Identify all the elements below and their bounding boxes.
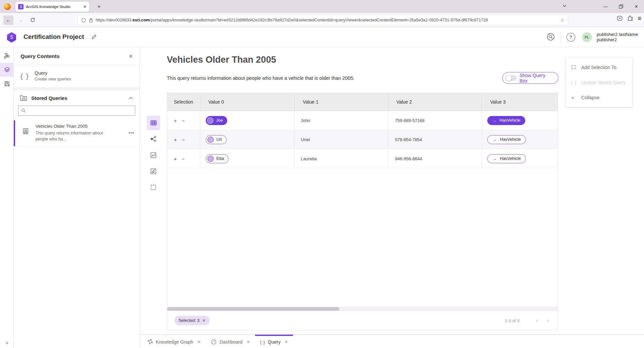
add-selection-to-item[interactable]: Add Selection To [566, 60, 632, 75]
stored-queries-search[interactable] [18, 106, 135, 116]
close-tab-icon[interactable]: ✕ [247, 340, 250, 344]
add-selection-icon [571, 65, 581, 70]
pocket-icon[interactable] [617, 15, 623, 21]
stored-query-item[interactable]: Vehicles Older Than 2005 This query retu… [14, 120, 140, 147]
user-name: publisher2 lastName [597, 32, 638, 37]
close-tab-icon[interactable]: ✕ [197, 340, 201, 344]
selection-tools-button[interactable] [147, 180, 160, 194]
back-button[interactable]: ← [3, 15, 13, 25]
new-query-item[interactable]: { } Query Create new queries [14, 65, 140, 88]
tab-close-icon[interactable]: ✕ [83, 4, 87, 9]
column-header-value1[interactable]: Value 1 [295, 93, 388, 111]
reload-button[interactable] [28, 15, 38, 25]
entity-pill[interactable]: Joe [206, 116, 227, 125]
braces-icon: { } [20, 72, 35, 80]
table-row[interactable]: +− Uri Uriel 578-654-7854 →HasVehicle [167, 130, 558, 149]
url-bar[interactable]: https://dev0028833.esri.com/portal/apps/… [78, 15, 568, 25]
link-chart-view-button[interactable] [147, 132, 160, 146]
add-to-selection-button[interactable]: + [174, 118, 177, 123]
bookmark-star-icon[interactable]: ☆ [560, 17, 564, 23]
search-button[interactable] [543, 33, 559, 42]
app-body: » Query Contents ✕ { } Query Create new … [0, 47, 644, 348]
firefox-logo-icon[interactable] [4, 3, 11, 10]
extensions-puzzle-icon[interactable] [627, 15, 633, 21]
relationship-pill[interactable]: →HasVehicle [487, 135, 526, 144]
browser-tab[interactable]: ArcGIS Knowledge Studio ✕ [15, 2, 89, 12]
table-empty-area [167, 168, 558, 307]
expand-rail-chevrons[interactable]: » [0, 340, 14, 345]
tab-knowledge-graph[interactable]: Knowledge Graph ✕ [142, 335, 206, 348]
restore-button[interactable] [613, 0, 629, 13]
collapse-menu-item[interactable]: » Collapse [566, 90, 632, 105]
url-text[interactable]: https://dev0028833.esri.com/portal/apps/… [96, 18, 557, 22]
column-header-value0[interactable]: Value 0 [200, 93, 295, 111]
edit-project-title-icon[interactable] [91, 34, 97, 41]
tab-dashboard[interactable]: Dashboard ✕ [206, 335, 255, 348]
help-button[interactable]: ? [563, 33, 579, 42]
table-view-button[interactable] [147, 116, 160, 130]
column-header-value3[interactable]: Value 3 [482, 93, 558, 111]
tab-query[interactable]: { } Query ✕ [255, 335, 293, 348]
user-info[interactable]: publisher2 lastName publisher2 [597, 32, 638, 43]
entity-pill[interactable]: Uri [206, 135, 227, 144]
forward-button[interactable]: → [15, 15, 26, 25]
bottom-tab-bar: Knowledge Graph ✕ Dashboard ✕ { } Query … [140, 335, 644, 348]
close-tab-icon[interactable]: ✕ [285, 340, 288, 344]
remove-from-selection-button[interactable]: − [182, 137, 185, 142]
data-model-button[interactable] [0, 49, 14, 63]
browser-tabbar: ArcGIS Knowledge Studio ✕ + — ✕ [0, 0, 644, 13]
row-range-label: 1-3 of 3 [505, 318, 519, 323]
cell-value2[interactable]: 846-956-8644 [388, 149, 482, 168]
query-item-subtitle: Create new queries [35, 77, 71, 81]
previous-page-chevron[interactable]: ‹ [532, 317, 542, 324]
relationship-pill[interactable]: →HasVehicle [487, 116, 525, 125]
search-input[interactable] [28, 108, 132, 113]
knowledge-graph-icon [147, 339, 153, 345]
relationship-pill[interactable]: →HasVehicle [487, 154, 526, 163]
user-avatar[interactable]: PL [582, 32, 592, 42]
minimize-button[interactable]: — [598, 0, 613, 13]
query-contents-panel: Query Contents ✕ { } Query Create new qu… [14, 47, 140, 348]
remove-from-selection-button[interactable]: − [182, 156, 185, 162]
tracking-shield-icon[interactable] [81, 18, 86, 23]
collapse-chevron-icon[interactable] [129, 97, 133, 100]
add-to-selection-button[interactable]: + [174, 156, 177, 162]
remove-from-selection-button[interactable]: − [182, 118, 185, 123]
stored-queries-header[interactable]: Stored Queries [14, 90, 140, 105]
lock-icon[interactable] [89, 18, 93, 22]
add-to-selection-button[interactable]: + [174, 137, 177, 142]
map-view-button[interactable] [147, 164, 160, 178]
scrollbar-thumb[interactable] [167, 307, 339, 311]
next-page-chevron[interactable]: › [542, 317, 553, 324]
new-tab-button[interactable]: + [95, 3, 103, 11]
table-row[interactable]: +− Joe John 759-889-57168 →HasVehicle [167, 111, 558, 130]
cell-value2[interactable]: 578-654-7854 [388, 130, 482, 149]
show-query-box-toggle[interactable]: Show Query Box [502, 72, 558, 84]
folder-icon [20, 95, 27, 101]
selected-count-chip[interactable]: Selected: 3 ✕ [175, 316, 210, 325]
header-divider [561, 32, 561, 43]
cell-value1[interactable]: John [295, 111, 388, 130]
column-header-selection[interactable]: Selection [167, 93, 200, 111]
clear-selection-icon[interactable]: ✕ [202, 318, 206, 323]
toggle-switch[interactable] [505, 75, 517, 81]
column-header-value2[interactable]: Value 2 [388, 93, 482, 111]
close-window-button[interactable]: ✕ [629, 0, 644, 13]
update-stored-query-item[interactable]: { } Update Stored Query [566, 75, 632, 90]
cell-value2[interactable]: 759-889-57168 [388, 111, 482, 130]
horizontal-scrollbar[interactable] [167, 307, 558, 311]
stored-queries-title: Stored Queries [31, 95, 129, 101]
entity-pill[interactable]: Etta [206, 154, 229, 163]
panel-close-icon[interactable]: ✕ [129, 53, 133, 59]
item-options-ellipsis[interactable]: ••• [129, 130, 134, 135]
cell-value1[interactable]: Lauretta [295, 149, 388, 168]
user-username: publisher2 [597, 37, 638, 43]
table-row[interactable]: +− Etta Lauretta 846-956-8644 →HasVehicl… [167, 149, 558, 168]
stored-query-title: Vehicles Older Than 2005 [36, 124, 110, 129]
layers-button[interactable] [0, 63, 14, 77]
chart-view-button[interactable] [147, 148, 160, 162]
cell-value1[interactable]: Uriel [295, 130, 388, 149]
list-tabs-chevron-icon[interactable] [562, 3, 567, 9]
save-button[interactable] [0, 77, 14, 91]
menu-hamburger-icon[interactable]: ≡ [638, 15, 641, 21]
